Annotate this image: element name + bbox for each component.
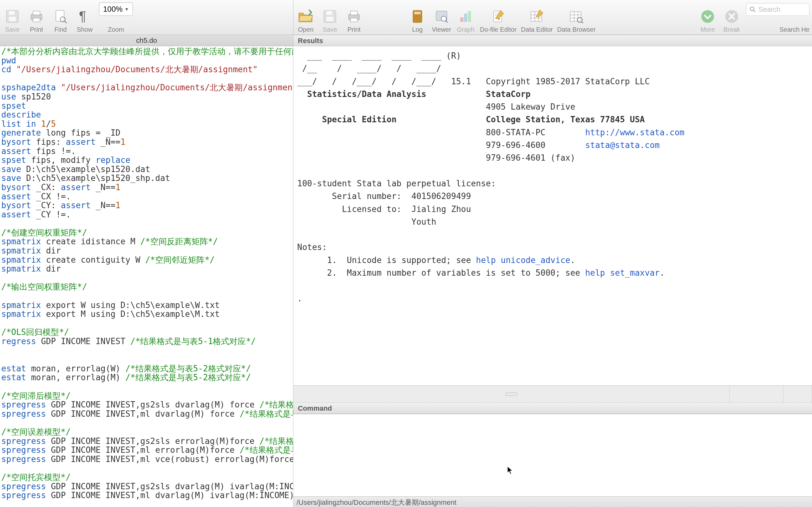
graph-button[interactable]: Graph (456, 8, 475, 33)
code-line[interactable]: spregress GDP INCOME INVEST,gs2sls error… (1, 437, 292, 446)
table-pencil-icon (529, 8, 545, 25)
viewer-icon (433, 8, 450, 25)
log-button[interactable]: Log (408, 8, 427, 33)
document-search-icon (52, 8, 69, 25)
editor-tab[interactable]: ch5.do (136, 37, 157, 45)
code-line[interactable]: estat moran, errorlag(W) /*结果格式是与表5-2格式对… (1, 364, 292, 373)
code-line[interactable]: spset (1, 101, 292, 111)
code-line[interactable]: save D:\ch5\example\sp1520.dat (1, 165, 292, 174)
code-line[interactable]: spmatrix export W using D:\ch5\example\W… (1, 301, 292, 310)
code-line[interactable]: use sp1520 (1, 92, 292, 101)
code-line[interactable]: spregress GDP INCOME INVEST,gs2sls dvarl… (1, 400, 292, 409)
dofile-editor-window: Save Print Find ¶ Show 100% ▼ Zoom (0, 0, 293, 507)
code-line[interactable]: /*创建空间权重矩阵*/ (1, 228, 292, 237)
code-line[interactable]: spshape2dta "/Users/jialingzhou/Document… (1, 83, 292, 92)
code-line[interactable]: spregress GDP INCOME INVEST,ml dvarlag(M… (1, 409, 292, 418)
code-line[interactable]: regress GDP INCOME INVEST /*结果格式是与表5-1格式… (1, 337, 292, 346)
editor-tab-bar[interactable]: ch5.do (0, 35, 293, 46)
code-editor[interactable]: /*本部分分析内容由北京大学顾佳峰所提供，仅用于教学活动，请不要用于任何商业活p… (0, 46, 293, 507)
svg-rect-5 (33, 18, 40, 22)
svg-rect-15 (351, 18, 357, 22)
code-line[interactable]: save D:\ch5\example\sp1520_shp.dat (1, 174, 292, 183)
code-line[interactable]: spmatrix create contiguity W /*空间邻近矩阵*/ (1, 256, 292, 265)
code-line[interactable]: spregress GDP INCOME INVEST,ml vce(robus… (1, 455, 292, 464)
code-line[interactable]: spmatrix dir (1, 246, 292, 256)
svg-line-43 (754, 10, 755, 12)
code-line[interactable]: spregress GDP INCOME INVEST,gs2sls dvarl… (1, 482, 292, 491)
document-pencil-icon (490, 8, 507, 25)
code-line[interactable]: /*本部分分析内容由北京大学顾佳峰所提供，仅用于教学活动，请不要用于任何商业活 (1, 47, 292, 56)
code-line[interactable]: estat moran, errorlag(M) /*结果格式是与表5-2格式对… (1, 373, 292, 382)
code-line[interactable] (1, 274, 292, 283)
code-line[interactable] (1, 382, 292, 391)
code-line[interactable] (1, 74, 292, 83)
svg-line-39 (582, 22, 583, 23)
code-line[interactable]: list in 1/5 (1, 119, 292, 129)
stata-url-link[interactable]: http://www.stata.com (585, 128, 684, 137)
search-hint: Search He (780, 26, 810, 33)
svg-rect-17 (414, 12, 420, 14)
code-line[interactable] (1, 219, 292, 228)
data-editor-button[interactable]: Data Editor (521, 8, 553, 33)
right-toolbar: Open Save Print Log Viewer (293, 0, 812, 35)
viewer-button[interactable]: Viewer (432, 8, 451, 33)
code-line[interactable]: pwd (1, 56, 292, 65)
code-line[interactable]: spmatrix dir (1, 264, 292, 274)
floppy-icon (4, 8, 20, 25)
code-line[interactable]: spmatrix export M using D:\ch5\example\M… (1, 309, 292, 319)
results-splitter[interactable] (293, 385, 812, 402)
search-input[interactable]: Search (746, 3, 809, 16)
save-button-main[interactable]: Save (320, 8, 340, 33)
code-line[interactable]: cd "/Users/jialingzhou/Documents/北大暑期/as… (1, 65, 292, 74)
help-unicode-link[interactable]: help unicode_advice (476, 256, 570, 265)
code-line[interactable]: /*空间误差模型*/ (1, 428, 292, 437)
code-line[interactable]: /*OLS回归模型*/ (1, 328, 292, 337)
break-button[interactable]: Break (722, 8, 742, 33)
dofile-editor-button[interactable]: Do-file Editor (480, 8, 517, 33)
save-button[interactable]: Save (3, 8, 22, 33)
code-line[interactable] (1, 464, 292, 473)
code-line[interactable]: assert fips !=. (1, 147, 292, 156)
svg-point-42 (750, 7, 754, 11)
code-line[interactable] (1, 346, 292, 355)
zoom-label: Zoom (108, 26, 124, 33)
command-input[interactable] (293, 414, 812, 496)
print-button-main[interactable]: Print (344, 8, 364, 33)
code-line[interactable]: bysort _CX: assert _N==1 (1, 183, 292, 192)
code-line[interactable]: bysort _CY: assert _N==1 (1, 201, 292, 210)
code-line[interactable] (1, 291, 292, 301)
code-line[interactable]: /*输出空间权重矩阵*/ (1, 282, 292, 291)
cwd-path: /Users/jialingzhou/Documents/北大暑期/assign… (297, 498, 456, 506)
code-line[interactable]: spregress GDP INCOME INVEST,ml errorlag(… (1, 446, 292, 455)
code-line[interactable]: generate long fips = _ID (1, 128, 292, 137)
svg-point-19 (441, 16, 446, 21)
mouse-cursor-icon (507, 466, 513, 474)
code-line[interactable]: spregress GDP INCOME INVEST,ml dvarlag(M… (1, 491, 292, 500)
show-button[interactable]: ¶ Show (75, 8, 95, 33)
svg-rect-1 (9, 11, 14, 15)
more-button[interactable]: More (698, 8, 717, 33)
code-line[interactable]: /*空间托宾模型*/ (1, 473, 292, 482)
print-button[interactable]: Print (27, 8, 46, 33)
code-line[interactable]: assert _CY !=. (1, 210, 292, 219)
code-line[interactable]: spmatrix create idistance M /*空间反距离矩阵*/ (1, 237, 292, 246)
results-output[interactable]: ___ ____ ____ ____ ____ (R) /__ / ____/ … (293, 46, 812, 385)
svg-rect-6 (56, 10, 64, 21)
code-line[interactable]: describe (1, 110, 292, 119)
code-line[interactable] (1, 418, 292, 428)
zoom-select[interactable]: 100% ▼ (99, 3, 133, 16)
stata-email-link[interactable]: stata@stata.com (585, 140, 660, 150)
chevron-down-icon: ▼ (124, 7, 129, 12)
code-line[interactable]: bysort fips: assert _N==1 (1, 137, 292, 147)
code-line[interactable] (1, 355, 292, 364)
data-browser-button[interactable]: Data Browser (557, 8, 596, 33)
code-line[interactable]: assert _CX !=. (1, 192, 292, 201)
svg-rect-22 (464, 14, 467, 22)
code-line[interactable]: /*空间滞后模型*/ (1, 391, 292, 400)
search-icon (750, 6, 756, 13)
open-button[interactable]: Open (296, 8, 316, 33)
help-maxvar-link[interactable]: help set_maxvar (585, 268, 660, 278)
code-line[interactable] (1, 319, 292, 328)
find-button[interactable]: Find (51, 8, 70, 33)
code-line[interactable]: spset fips, modify replace (1, 156, 292, 165)
